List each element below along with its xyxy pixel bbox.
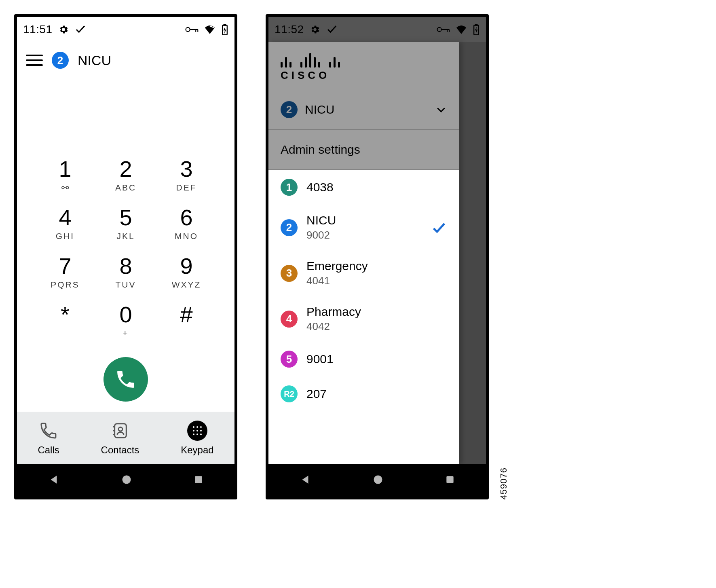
key-digit: 9 <box>180 255 192 277</box>
line-item[interactable]: 3Emergency4041 <box>268 250 459 296</box>
nav-back[interactable] <box>48 474 60 487</box>
gear-icon <box>58 24 69 35</box>
key-digit: 8 <box>119 255 132 277</box>
nav-recents[interactable] <box>193 474 204 486</box>
battery-icon <box>473 24 480 35</box>
admin-settings[interactable]: Admin settings <box>268 130 459 170</box>
key-letters: GHI <box>56 231 74 241</box>
key-7[interactable]: 7PQRS <box>35 248 95 296</box>
key-digit: 5 <box>119 206 132 229</box>
menu-icon[interactable] <box>26 55 43 66</box>
line-texts: Pharmacy4042 <box>306 305 361 333</box>
android-nav <box>17 464 234 497</box>
line-item[interactable]: 14038 <box>268 170 459 205</box>
status-bar: 11:52 <box>268 17 486 42</box>
keypad-area: 1⚯2ABC3DEF4GHI5JKL6MNO7PQRS8TUV9WXYZ*0+# <box>17 78 234 412</box>
line-badge: 2 <box>52 52 69 69</box>
key-letters: WXYZ <box>172 280 201 290</box>
vpn-key-icon <box>185 25 199 34</box>
nav-recents[interactable] <box>445 474 455 486</box>
drawer-current-line[interactable]: 2 NICU <box>268 90 459 130</box>
tab-contacts[interactable]: Contacts <box>101 420 139 456</box>
key-letters: JKL <box>116 231 135 241</box>
key-letters: ⚯ <box>61 183 69 192</box>
line-name: 9001 <box>306 352 334 366</box>
nav-home[interactable] <box>372 474 384 487</box>
admin-settings-label: Admin settings <box>281 143 360 156</box>
contacts-icon <box>111 421 129 440</box>
key-digit: 1 <box>59 158 71 180</box>
current-line-name: NICU <box>305 103 334 116</box>
key-digit: 2 <box>119 158 132 180</box>
line-item[interactable]: 59001 <box>268 342 459 376</box>
line-texts: NICU9002 <box>306 214 336 241</box>
key-digit: # <box>180 303 192 326</box>
chevron-down-icon <box>435 104 447 116</box>
line-number: 4042 <box>306 320 361 333</box>
line-name: Emergency <box>306 259 368 273</box>
line-item[interactable]: 2NICU9002 <box>268 205 459 250</box>
svg-rect-5 <box>224 24 226 25</box>
status-bar: 11:51 <box>17 17 234 42</box>
line-badge: 5 <box>281 351 298 368</box>
key-2[interactable]: 2ABC <box>95 151 156 199</box>
drawer-container: CISCO 2 NICU Admin settings 140382NICU90… <box>268 42 486 464</box>
line-item[interactable]: 4Pharmacy4042 <box>268 296 459 342</box>
svg-point-8 <box>118 427 123 431</box>
key-8[interactable]: 8TUV <box>95 248 156 296</box>
key-5[interactable]: 5JKL <box>95 199 156 248</box>
key-1[interactable]: 1⚯ <box>35 151 95 199</box>
battery-icon <box>221 24 228 35</box>
tab-calls[interactable]: Calls <box>38 420 59 456</box>
call-button[interactable] <box>103 357 148 402</box>
bottom-tabs: Calls Contacts Keypad <box>17 412 234 464</box>
line-texts: 4038 <box>306 180 334 194</box>
svg-marker-22 <box>302 476 308 484</box>
android-nav <box>268 464 486 497</box>
key-digit: 0 <box>119 303 132 326</box>
line-badge: 4 <box>281 311 298 328</box>
keypad-icon <box>187 421 207 441</box>
line-texts: 9001 <box>306 352 334 366</box>
gear-icon <box>310 24 320 35</box>
key-letters: + <box>123 328 129 338</box>
key-digit: 3 <box>180 158 192 180</box>
key-4[interactable]: 4GHI <box>35 199 95 248</box>
status-time: 11:52 <box>275 23 304 36</box>
key-letters: MNO <box>175 231 198 241</box>
svg-point-13 <box>122 476 131 484</box>
phone-line-drawer-screen: 11:52 <box>266 14 489 499</box>
key-6[interactable]: 6MNO <box>156 199 217 248</box>
drawer-scrim[interactable] <box>459 42 486 464</box>
line-badge: 2 <box>281 101 298 118</box>
svg-point-0 <box>186 27 190 32</box>
figure-id: 459076 <box>498 467 509 499</box>
line-badge: R2 <box>281 385 298 402</box>
key-0[interactable]: 0+ <box>95 296 156 345</box>
key-letters: DEF <box>176 183 197 192</box>
line-name: 207 <box>306 387 327 401</box>
nav-home[interactable] <box>121 474 132 487</box>
key-#[interactable]: # <box>156 296 217 345</box>
key-digit: * <box>61 303 70 326</box>
key-3[interactable]: 3DEF <box>156 151 217 199</box>
key-letters: PQRS <box>51 280 80 290</box>
app-header: 2 NICU <box>17 42 234 78</box>
key-letters: TUV <box>116 280 136 290</box>
line-texts: Emergency4041 <box>306 259 368 287</box>
cisco-logo: CISCO <box>281 52 447 82</box>
wifi-icon <box>456 25 467 34</box>
line-item[interactable]: R2207 <box>268 376 459 411</box>
key-9[interactable]: 9WXYZ <box>156 248 217 296</box>
nav-back[interactable] <box>299 474 311 487</box>
calls-icon <box>39 421 58 440</box>
svg-rect-24 <box>447 476 454 483</box>
key-digit: 6 <box>180 206 192 229</box>
svg-marker-6 <box>224 27 226 34</box>
key-*[interactable]: * <box>35 296 95 345</box>
check-icon <box>74 23 87 36</box>
svg-rect-20 <box>475 24 477 25</box>
svg-point-15 <box>437 27 441 32</box>
key-letters: ABC <box>115 183 136 192</box>
tab-keypad[interactable]: Keypad <box>181 420 213 456</box>
